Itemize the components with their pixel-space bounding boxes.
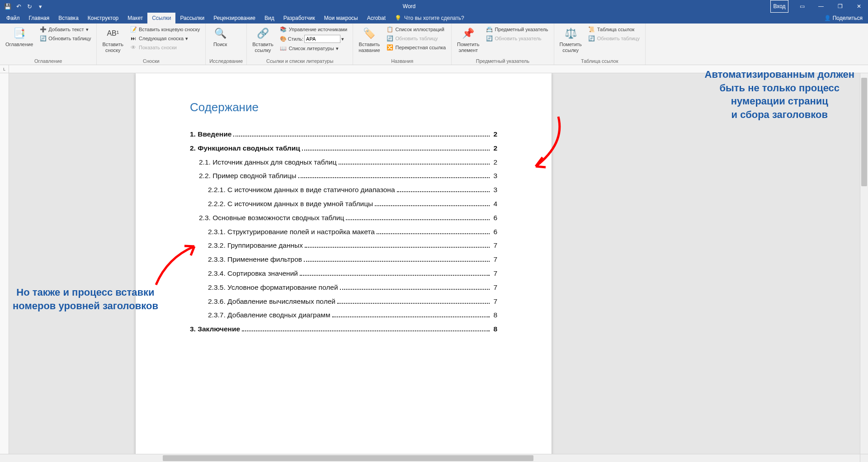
save-icon[interactable]: 💾 [4,2,12,10]
toc-entry[interactable]: 2.3.1. Структурирование полей и настройк… [190,226,497,238]
toc-entry-page: 7 [491,282,497,293]
insert-footnote-button[interactable]: AB¹ Вставить сноску [100,25,125,54]
toc-button[interactable]: 📑 Оглавление [4,25,35,48]
toc-heading: Содержание [190,100,497,114]
minimize-icon[interactable]: — [812,0,830,13]
share-button[interactable]: 👤 Поделиться [819,13,868,24]
tab-macros[interactable]: Мои макросы [320,13,363,24]
insert-citation-button[interactable]: 🔗 Вставить ссылку [250,25,275,54]
tab-developer[interactable]: Разработчик [279,13,320,24]
toc-entry-page: 6 [491,212,497,224]
chevron-down-icon[interactable]: ▾ [341,36,344,42]
style-label: Стиль: [288,36,303,42]
bibliography-icon: 📖 [280,45,287,52]
toc-entry[interactable]: 2.3.3. Применение фильтров 7 [190,254,497,265]
tab-home[interactable]: Главная [24,13,54,24]
insert-authorities-button[interactable]: 📜Таблица ссылок [586,25,642,33]
toc-entry[interactable]: 3. Заключение 8 [190,324,497,335]
toc-entry[interactable]: 2.3.6. Добавление вычисляемых полей 7 [190,296,497,307]
ribbon-tabs: Файл Главная Вставка Конструктор Макет С… [0,13,868,24]
vertical-scrollbar[interactable] [860,73,868,454]
tell-me[interactable]: 💡 Что вы хотите сделать? [390,13,469,24]
refresh-icon: 🔄 [39,35,47,42]
insert-caption-button[interactable]: 🏷️ Вставить название [357,25,382,54]
mark-citation-button[interactable]: ⚖️ Пометить ссылку [558,25,584,54]
tab-mailings[interactable]: Рассылки [175,13,209,24]
tab-acrobat[interactable]: Acrobat [363,13,390,24]
update-toc-button[interactable]: 🔄Обновить таблицу [38,34,93,42]
insert-index-button[interactable]: 📇Предметный указатель [484,25,550,33]
toc-leader-dots [304,258,490,262]
redo-icon[interactable]: ↻ [25,2,33,10]
toc-entry[interactable]: 2.3.2. Группирование данных 7 [190,240,497,251]
toc-entry[interactable]: 2.3.7. Добавление сводных диаграмм 8 [190,310,497,321]
annotation-left: Но также и процесс вставки номеров уровн… [13,286,158,312]
tab-file[interactable]: Файл [2,13,24,24]
toc-leader-dots [332,313,490,317]
ribbon-display-options-icon[interactable]: ▭ [793,0,811,13]
group-captions: 🏷️ Вставить название 📋Список иллюстраций… [353,24,452,65]
toc-entry-title: 2.3.2. Группирование данных [208,240,303,251]
close-icon[interactable]: ✕ [850,0,868,13]
citation-style-combo[interactable]: 🎨 Стиль: ▾ [278,34,349,43]
toc-leader-dots [375,202,490,206]
cross-reference-button[interactable]: 🔀Перекрестная ссылка [385,43,448,52]
tab-references[interactable]: Ссылки [147,13,175,24]
horizontal-scrollbar[interactable] [0,454,860,462]
toc-leader-dots [340,285,490,289]
citation-style-input[interactable] [304,35,340,43]
tab-design[interactable]: Конструктор [83,13,123,24]
toc-entry-title: 2.2.1. С источником данных в виде статич… [208,184,395,196]
vertical-ruler[interactable] [0,73,9,454]
toc-leader-dots [298,174,490,178]
group-captions-label: Названия [357,57,448,64]
toc-entry[interactable]: 2.2.2. С источником данных в виде умной … [190,198,497,210]
undo-icon[interactable]: ↶ [14,2,23,10]
toc-entry[interactable]: 2.2.1. С источником данных в виде статич… [190,184,497,196]
insert-index-label: Предметный указатель [495,27,548,32]
insert-citation-label: Вставить ссылку [252,42,274,53]
toc-entry[interactable]: 2.3.5. Условное форматирование полей 7 [190,282,497,293]
next-footnote-button[interactable]: ⏭Следующая сноска ▾ [128,34,202,42]
tab-review[interactable]: Рецензирование [209,13,260,24]
document-page[interactable]: Содержание 1. Введение 22. Функционал св… [136,73,552,454]
toc-entry-page: 7 [491,240,497,251]
bibliography-button[interactable]: 📖Список литературы ▾ [278,44,349,52]
maximize-icon[interactable]: ❐ [831,0,849,13]
update-index-button: 🔄Обновить указатель [484,34,550,42]
add-text-button[interactable]: ➕Добавить текст ▾ [38,25,93,33]
toc-entry-page: 2 [491,157,497,168]
toc-entry[interactable]: 2. Функционал сводных таблиц 2 [190,143,497,154]
qat-customize-icon[interactable]: ▾ [36,2,44,10]
toc-entry[interactable]: 2.2. Пример сводной таблицы 3 [190,170,497,182]
tab-insert[interactable]: Вставка [54,13,83,24]
tab-layout[interactable]: Макет [123,13,147,24]
toc-entry-page: 8 [491,310,497,321]
toc-entry-title: 2.3.3. Применение фильтров [208,254,302,265]
window-buttons: Вход ▭ — ❐ ✕ [770,0,868,13]
index-icon: 📇 [486,26,493,33]
insert-table-of-figures-button[interactable]: 📋Список иллюстраций [385,25,448,33]
mark-entry-button[interactable]: 📌 Пометить элемент [455,25,481,54]
toc-entry-title: 2.1. Источник данных для сводных таблиц [199,157,337,168]
toc-entry-title: 1. Введение [190,129,231,140]
scrollbar-thumb[interactable] [861,78,867,186]
toc-entry[interactable]: 2.1. Источник данных для сводных таблиц … [190,157,497,168]
toc-leader-dots [397,188,490,192]
insert-endnote-button[interactable]: 📝Вставить концевую сноску [128,25,202,33]
insert-caption-label: Вставить название [359,42,380,53]
annotation-right: Автоматизированным должен быть не только… [705,68,855,122]
scrollbar-thumb[interactable] [163,455,533,461]
toc-entry[interactable]: 2.3. Основные возможности сводных таблиц… [190,212,497,224]
ruler-corner[interactable]: L [0,65,9,73]
group-toc: 📑 Оглавление ➕Добавить текст ▾ 🔄Обновить… [0,24,97,65]
toc-entry[interactable]: 1. Введение 2 [190,129,497,140]
toc-entry[interactable]: 2.3.4. Сортировка значений 7 [190,268,497,279]
add-text-label: Добавить текст [48,27,84,32]
toc-leader-dots [242,327,490,331]
toc-entry-page: 3 [491,170,497,182]
signin-button[interactable]: Вход [770,0,788,13]
manage-sources-button[interactable]: 📚Управление источниками [278,25,349,33]
tab-view[interactable]: Вид [260,13,279,24]
smart-lookup-button[interactable]: 🔍 Поиск [209,25,231,48]
